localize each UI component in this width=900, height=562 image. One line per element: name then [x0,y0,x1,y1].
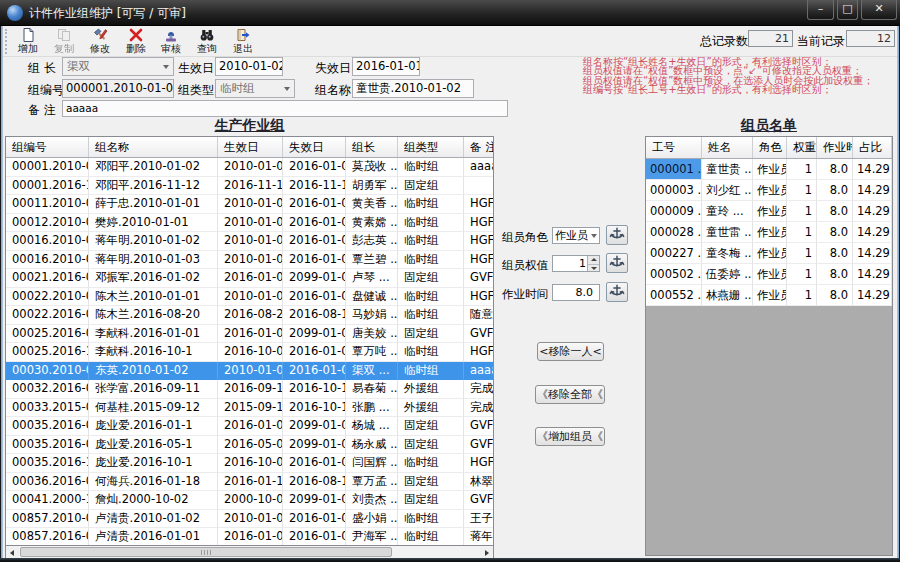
remark-field[interactable]: aaaaa [62,100,508,117]
table-row[interactable]: 00041.2000-1...詹灿.2000-10-022000-10-0220… [6,491,493,510]
maximize-button[interactable]: □ [837,0,858,20]
table-row[interactable]: 00025.2016-0...李献科.2016-01-012016-01-012… [6,325,493,344]
right-triangle-icon [485,550,489,556]
table-row[interactable]: 000502 ...伍委婷 ...作业员18.014.29 [646,264,892,285]
table-row[interactable]: 00012.2010-0...樊婷.2010-01-012010-01-0120… [6,214,493,233]
table-row[interactable]: 00033.2015-0...何基桂.2015-09-122015-09-122… [6,399,493,418]
table-row[interactable]: 00025.2016-10-1李献科.2016-10-12016-10-0120… [6,343,493,362]
table-cell: 尹海军 ... [346,528,398,546]
table-row[interactable]: 00022.2016-0...陈木兰.2016-08-202016-08-202… [6,306,493,325]
table-row[interactable]: 00016.2010-0...蒋年明.2010-01-022010-01-022… [6,232,493,251]
toolbar-item-exit[interactable]: 退出 [225,27,261,56]
scroll-thumb[interactable] [20,547,392,557]
column-header[interactable]: 组编号 [6,137,89,157]
table-cell: 000552 ... [646,285,702,306]
table-row[interactable]: 00021.2016-0...邓振军.2016-01-022016-01-022… [6,269,493,288]
table-row[interactable]: 00032.2016-0...张学富.2016-09-112016-09-112… [6,380,493,399]
toolbar-item-delete[interactable]: 删除 [118,27,154,56]
column-header[interactable]: 角色 [753,137,787,158]
scroll-right-arrow[interactable] [480,547,492,557]
table-row[interactable]: 000009 ...童玲 ...作业员18.014.29 [646,201,892,222]
toolbar-item-query[interactable]: 查询 [189,27,225,56]
table-cell: 2016-11-12 [283,177,346,196]
table-row[interactable]: 00001.2010-0...邓阳平.2010-01-022010-01-022… [6,158,493,177]
expiry-date-field[interactable]: 2016-01-01 [352,57,420,76]
table-row[interactable]: 00857.2016-0...卢清贵.2016-01-012016-01-012… [6,528,493,546]
member-weight-spinner[interactable]: 1 [552,255,600,272]
table-row[interactable]: 000001 ...童世贵 ...作业员18.014.29 [646,159,892,180]
anchor-icon [609,254,625,270]
spinner-down-button[interactable] [588,264,599,272]
leader-combo[interactable]: 渠双 [62,57,174,76]
column-header[interactable]: 工号 [646,137,702,158]
group-no-field[interactable]: 000001.2010-01-02 [62,79,174,98]
table-cell: 2099-01-01 [283,269,346,288]
table-cell: 2015-09-12 [218,399,283,418]
toolbar-item-modify[interactable]: 修改 [82,27,118,56]
table-row[interactable]: 000028 ...童世雷 ...作业员18.014.29 [646,222,892,243]
group-name-field[interactable]: 童世贵.2010-01-02 [352,79,474,98]
toolbar-item-add[interactable]: 增加 [10,27,46,56]
table-cell: 000001 ... [646,159,702,180]
leader-label: 组 长 [28,60,56,77]
table-cell: 随意 [464,306,494,325]
table-row[interactable]: 00036.2016-0...何海兵.2016-01-182016-01-182… [6,473,493,492]
table-row[interactable]: 00001.2016-1...邓阳平.2016-11-122016-11-122… [6,177,493,196]
column-header[interactable]: 失效日 [283,137,346,157]
effective-date-field[interactable]: 2010-01-02 [215,57,283,76]
table-row[interactable]: 00035.2016-10-1庞业爱.2016-10-12016-10-0120… [6,454,493,473]
table-row[interactable]: 00035.2016-05-1庞业爱.2016-05-12016-05-0120… [6,436,493,455]
table-row[interactable]: 00016.2010-0...蒋年明.2010-01-032010-01-032… [6,251,493,270]
close-button[interactable]: ✕ [861,0,897,20]
table-cell: 8.0 [817,180,853,201]
toolbar-item-audit[interactable]: 审核 [153,27,189,56]
group-type-combo[interactable]: 临时组 [215,79,295,98]
up-triangle-icon [591,258,597,261]
work-time-field[interactable]: 8.0 [552,284,600,301]
table-row[interactable]: 000227 ...童冬梅 ...作业员18.014.29 [646,243,892,264]
column-header[interactable]: 组长 [346,137,398,157]
apply-weight-button[interactable] [606,253,628,273]
table-row[interactable]: 00857.2010-0...卢清贵.2010-01-022010-01-022… [6,510,493,529]
table-row[interactable]: 000003 ...刘少红 ...作业员18.014.29 [646,180,892,201]
member-role-combo[interactable]: 作业员 [552,227,600,244]
table-cell: 固定组 [398,491,464,510]
table-row[interactable]: 00011.2010-0...薛于忠.2010-01-012010-01-012… [6,195,493,214]
column-header[interactable]: 组类型 [398,137,464,157]
add-member-button[interactable]: 《增加组员《 [535,427,605,446]
apply-role-button[interactable] [606,225,628,245]
table-cell: 8.0 [817,222,853,243]
column-header[interactable]: 组名称 [89,137,218,157]
column-header[interactable]: 权重 [787,137,817,158]
table-row[interactable]: 000552 ...林燕姗 ...作业员18.014.29 [646,285,892,306]
toolbar-gripper[interactable] [5,29,8,54]
h-scrollbar[interactable] [5,545,494,559]
left-triangle-icon [10,550,14,556]
column-header[interactable]: 占比 [853,137,892,158]
spinner-up-button[interactable] [588,256,599,264]
apply-time-button[interactable] [606,282,628,302]
table-row[interactable]: 00022.2010-0...陈木兰.2010-01-012010-01-012… [6,288,493,307]
scroll-left-arrow[interactable] [7,547,19,557]
column-header[interactable]: 姓名 [702,137,753,158]
table-cell: 2016-11-12 [218,177,283,196]
minimize-button[interactable]: – [807,0,834,20]
anchor-icon [609,283,625,299]
table-row[interactable]: 00035.2016-01-1庞业爱.2016-01-12016-01-0120… [6,417,493,436]
table-cell: 陈木兰.2010-01-01 [89,288,218,307]
table-cell: 2016-01-01 [283,528,346,546]
work-time-label: 作业时间 [502,287,548,302]
table-cell: 固定组 [398,325,464,344]
spinner-buttons [587,256,599,271]
column-header[interactable]: 备 注 [464,137,494,157]
table-cell: 00033.2015-0... [6,399,89,418]
table-cell: 2016-10-01 [218,454,283,473]
remove-one-button[interactable]: <移除一人< [537,342,604,361]
column-header[interactable]: 生效日 [218,137,283,157]
column-header[interactable]: 作业时 [817,137,853,158]
remove-all-button[interactable]: 《移除全部《 [535,385,605,404]
table-cell: HGFHFG [464,251,494,270]
table-cell: 00011.2010-0... [6,195,89,214]
table-row[interactable]: 00030.2010-0...东英.2010-01-022010-01-0220… [6,362,493,381]
table-cell: 00035.2016-01-1 [6,417,89,436]
